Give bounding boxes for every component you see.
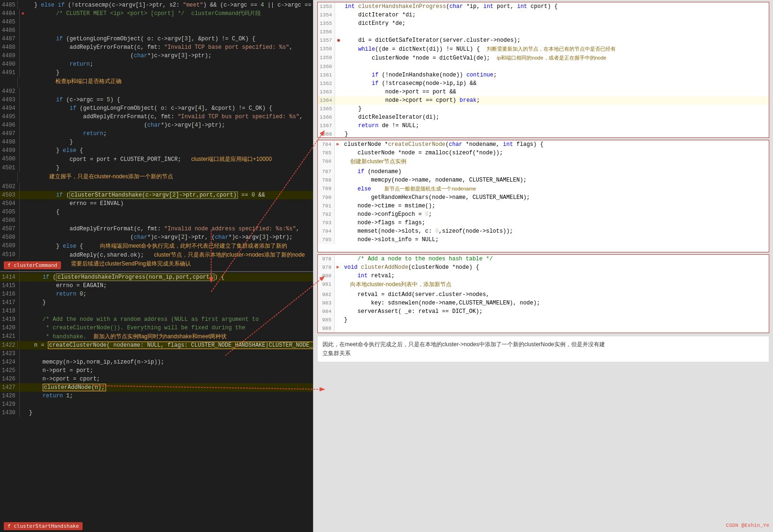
code-line-4485: 4485 } else if (!strcasecmp(c->argv[1]->… (0, 1, 313, 9)
code-line-4491: 4491 } (0, 68, 313, 77)
right-line-790: 790 getRandomHexChars(node->name, CLUSTE… (318, 193, 769, 202)
code-line-1414: 1414 if (clusterHandshakeInProgress(norm… (0, 273, 313, 281)
right-line-792: 792 node->configEpoch = 0; (318, 210, 769, 219)
code-line-4484: 4484 ● /* CLUSTER MEET <ip> <port> [cpor… (0, 9, 313, 18)
main-container: 4485 } else if (!strcasecmp(c->argv[1]->… (0, 0, 773, 532)
right-line-1364: 1364 node->cport == cport) break; (318, 96, 769, 105)
annotation-addnode: 981 向本地cluster-nodes列表中，添加新节点 (318, 280, 769, 290)
code-line-1420: 1420 * createClusterNode()). Everything … (0, 324, 313, 332)
right-line-784: 784 ▶ clusterNode *createClusterNode(cha… (318, 140, 769, 149)
left-bottom-code-panel: 1414 if (clusterHandshakeInProgress(norm… (0, 272, 313, 532)
right-line-978: 978 /* Add a node to the nodes hash tabl… (318, 255, 769, 263)
right-line-1358: 1358 while((de = dictNext(di)) != NULL) … (318, 45, 769, 53)
right-line-795: 795 node->slots_info = NULL; (318, 236, 769, 244)
code-line-4488: 4488 addReplyErrorFormat(c, fmt: "Invali… (0, 43, 313, 52)
left-top-label: f clusterCommand (4, 261, 61, 269)
code-line-4498: 4498 } (0, 138, 313, 146)
code-line-4499: 4499 } else { (0, 146, 313, 155)
right-middle-block: 784 ▶ clusterNode *createClusterNode(cha… (317, 140, 769, 252)
right-line-788: 788 memcpy(node->name, nodename, CLUSTER… (318, 176, 769, 184)
right-line-1365: 1365 } (318, 105, 769, 113)
code-line-1415: 1415 errno = EAGAIN; (0, 281, 313, 290)
code-line-4487: 4487 if (getLongLongFromObject( o: c->ar… (0, 35, 313, 43)
code-line-4490: 4490 return; (0, 60, 313, 68)
right-top-block: 1353 int clusterHandshakeInProgress(char… (317, 2, 769, 138)
code-line-1425: 1425 n->port = port; (0, 366, 313, 375)
right-line-985: 985 } (318, 316, 769, 324)
code-line-1427: 1427 clusterAddNode(n); (0, 383, 313, 392)
annotation-create-cluster: 786 创建新cluster节点实例 (318, 157, 769, 167)
right-line-1360: 1360 (318, 62, 769, 71)
code-line-1426: 1426 n->cport = cport; (0, 375, 313, 383)
code-line-blank1: 4485 (0, 18, 313, 26)
right-line-979: 979 ▶ void clusterAddNode(clusterNode *n… (318, 263, 769, 272)
code-line-1419: 1419 /* Add the node with a random addre… (0, 315, 313, 324)
code-line-4495: 4495 addReplyErrorFormat(c, fmt: "Invali… (0, 113, 313, 121)
right-line-1355: 1355 dictEntry *de; (318, 19, 769, 28)
code-line-1428: 1428 return 1; (0, 392, 313, 400)
left-bottom-label: f clusterStartHandshake (4, 522, 83, 530)
annotation-ip-port: 检查ip和端口是否格式正确 (0, 77, 313, 87)
code-line-4510: 4510 addReply(c,shared.ok); cluster节点，只是… (0, 251, 313, 259)
code-line-1421: 1421 * handshake. 新加入的节点实例flag同时为handsha… (0, 332, 313, 341)
code-line-4511: 4511 } (0, 270, 313, 271)
right-line-1357: 1357 ● di = dictGetSafeIterator(server.c… (318, 36, 769, 45)
right-line-980: 980 int retval; (318, 272, 769, 280)
code-line-4508: 4508 (char*)c->argv[2]->ptr, (char*)c->a… (0, 233, 313, 242)
right-line-789: 789 else 新节点一般都是随机生成一个nodename (318, 184, 769, 193)
code-line-4489: 4489 (char*)c->argv[3]->ptr); (0, 52, 313, 60)
code-line-4502: 4502 (0, 182, 313, 191)
left-top-code-panel: 4485 } else if (!strcasecmp(c->argv[1]->… (0, 0, 313, 272)
code-line-1430: 1430 } (0, 409, 313, 417)
right-panel: 1353 int clusterHandshakeInProgress(char… (314, 0, 773, 532)
code-line-4500: 4500 cport = port + CLUSTER_PORT_INCR; c… (0, 155, 313, 164)
code-line-1422: 1422 n = createClusterNode( nodename: NU… (0, 341, 313, 350)
code-line-1423: 1423 (0, 350, 313, 358)
right-line-1366: 1366 dictReleaseIterator(di); (318, 113, 769, 122)
right-line-982: 982 retval = dictAdd(server.cluster->nod… (318, 290, 769, 299)
code-line-4492: 4492 (0, 87, 313, 96)
code-line-1429: 1429 (0, 400, 313, 409)
right-line-1361: 1361 if (!nodeInHandshake(node)) continu… (318, 71, 769, 79)
right-line-983: 983 key: sdsnewlen(node->name,CLUSTER_NA… (318, 299, 769, 307)
right-line-1368: 1368 } (318, 130, 769, 138)
code-line-4504: 4504 errno == EINVAL) (0, 199, 313, 208)
bottom-annotation: 因此，在meet命令执行完成之后，只是在本地的cluster->nodes中添加… (317, 336, 769, 362)
annotation-handshake: 建立握手，只是在cluster-nodes添加一个新的节点 (0, 172, 313, 182)
right-line-986: 986 (318, 324, 769, 333)
code-line-4494: 4494 if (getLongLongFromObject( o: c->ar… (0, 104, 313, 113)
right-bottom-block: 978 /* Add a node to the nodes hash tabl… (317, 254, 769, 333)
right-line-1362: 1362 if (!strcasecmp(node->ip,ip) && (318, 79, 769, 88)
right-line-791: 791 node->ctime = mstime(); (318, 202, 769, 210)
code-line-4509: 4509 } else { 向终端返回meet命令执行完成，此时不代表已经建立了… (0, 242, 313, 251)
code-line-4496: 4496 (char*)c->argv[4]->ptr); (0, 121, 313, 129)
code-line-4507: 4507 addReplyErrorFormat(c, fmt: "Invali… (0, 225, 313, 233)
right-line-984: 984 serverAssert( _e: retval == DICT_OK)… (318, 307, 769, 316)
right-line-1367: 1367 return de != NULL; (318, 122, 769, 130)
right-line-794: 794 memset(node->slots, c: 0,sizeof(node… (318, 227, 769, 236)
left-panel: 4485 } else if (!strcasecmp(c->argv[1]->… (0, 0, 314, 532)
code-line-1417: 1417 } (0, 298, 313, 307)
code-line-4497: 4497 return; (0, 129, 313, 138)
csdn-label: CSDN @Eshin_Ye (726, 523, 769, 528)
right-line-785: 785 clusterNode *node = zmalloc(sizeof(*… (318, 149, 769, 157)
code-line-1424: 1424 memcpy(n->ip,norm_ip,sizeof(n->ip))… (0, 358, 313, 366)
right-line-1354: 1354 dictIterator *di; (318, 11, 769, 19)
right-line-1359: 1359 clusterNode *node = dictGetVal(de);… (318, 53, 769, 62)
code-line-4506: 4506 (0, 216, 313, 225)
code-line-4505: 4505 { (0, 208, 313, 216)
code-line-4486: 4486 (0, 26, 313, 35)
right-line-787: 787 if (nodename) (318, 167, 769, 176)
right-line-793: 793 node->flags = flags; (318, 219, 769, 227)
right-line-1356: 1356 (318, 28, 769, 36)
code-line-4503: 4503 if (clusterStartHandshake(c->argv[2… (0, 191, 313, 199)
code-line-1418: 1418 (0, 307, 313, 315)
right-line-1353: 1353 int clusterHandshakeInProgress(char… (318, 2, 769, 11)
right-line-1363: 1363 node->port == port && (318, 88, 769, 96)
code-line-4493: 4493 if (c->argc == 5) { (0, 96, 313, 104)
code-line-1416: 1416 return 0; (0, 290, 313, 298)
code-line-4501: 4501 } (0, 164, 313, 172)
